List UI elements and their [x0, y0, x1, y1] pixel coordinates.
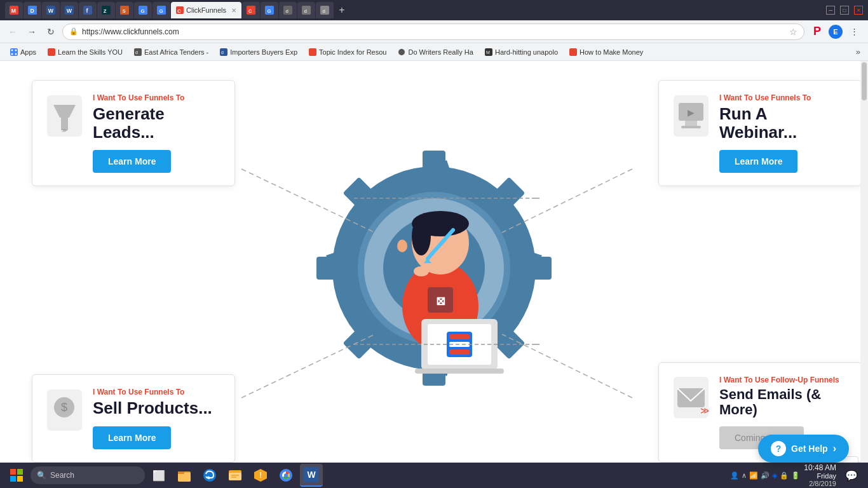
taskbar-volume-icon: 🔊 — [761, 471, 770, 480]
back-button[interactable]: ← — [5, 24, 20, 39]
bookmark-apps[interactable]: Apps — [5, 45, 41, 59]
card-icon-leads: ≫ — [45, 93, 83, 138]
svg-point-117 — [284, 473, 288, 477]
taskbar-right-area: 👤 ∧ 📶 🔊 ◈ 🔒 🔋 10:48 AM Friday 2/8/2019 💬 — [730, 463, 863, 487]
new-tab-button[interactable]: + — [334, 3, 349, 18]
svg-rect-64 — [526, 257, 552, 280]
card-title-products: Sell Products... — [93, 399, 222, 417]
taskbar-cortana[interactable]: ⬜ — [147, 464, 170, 487]
svg-point-34 — [15, 53, 17, 55]
bookmark-east-africa-label: East Africa Tenders - — [144, 48, 208, 56]
svg-text:≫: ≫ — [700, 405, 709, 416]
taskbar: 🔍 Search ⬜ ! W 👤 ∧ 📶 🔊 ◈ 🔒 🔋 10:48 AM — [0, 463, 868, 488]
tab-close-icon[interactable]: ✕ — [231, 7, 236, 14]
taskbar-clock: 10:48 AM Friday 2/8/2019 — [804, 463, 836, 487]
forward-button[interactable]: → — [24, 24, 39, 39]
svg-text:C: C — [177, 8, 181, 14]
pinned-tab-gmail[interactable]: M — [5, 2, 23, 18]
page-scrollbar[interactable] — [860, 61, 868, 475]
get-help-label: Get Help — [791, 444, 828, 454]
bookmark-learn[interactable]: Learn the Skills YOU — [43, 45, 128, 59]
bookmark-topic[interactable]: Topic Index for Resou — [304, 45, 391, 59]
bookmark-importers-label: Importers Buyers Exp — [230, 48, 297, 56]
profile-button[interactable]: E — [829, 25, 843, 39]
pinned-tab-word2[interactable]: W — [60, 2, 78, 18]
card-sell-products: $ I Want To Use Funnels To Sell Products… — [32, 374, 235, 463]
pinned-tab-doc3[interactable]: d — [316, 2, 334, 18]
address-bar[interactable]: 🔒 https://www.clickfunnels.com ☆ — [62, 24, 804, 40]
svg-text:Z: Z — [104, 8, 107, 14]
pinned-tab-g2[interactable]: G — [153, 2, 170, 18]
get-help-button[interactable]: ? Get Help › — [758, 435, 849, 463]
card-subtitle-products: I Want To Use Funnels To — [93, 388, 222, 396]
taskbar-up-arrow[interactable]: ∧ — [742, 471, 747, 480]
start-button[interactable] — [5, 464, 28, 487]
bookmarks-overflow-button[interactable]: » — [853, 47, 863, 57]
nav-right-icons: P E ⋮ — [808, 23, 863, 41]
get-help-question-icon: ? — [771, 441, 786, 456]
bookmark-howto[interactable]: How to Make Money — [564, 45, 648, 59]
taskbar-search-icon: 🔍 — [37, 471, 46, 480]
active-tab-clickfunnels[interactable]: C ClickFunnels ✕ — [171, 2, 241, 18]
card-icon-emails: ≫ — [672, 376, 710, 420]
bookmark-hardhitting[interactable]: M Hard-hitting unapolo — [480, 45, 563, 59]
pinned-tab-fb[interactable]: f — [79, 2, 97, 18]
taskbar-file-manager[interactable] — [224, 464, 247, 487]
pinned-tab-zendesk[interactable]: Z — [97, 2, 115, 18]
url-text: https://www.clickfunnels.com — [82, 27, 785, 36]
svg-rect-103 — [10, 476, 16, 482]
pinned-tab-g3[interactable]: G — [261, 2, 278, 18]
card-body-webinar: I Want To Use Funnels To Run A Webinar..… — [719, 93, 848, 173]
svg-text:d: d — [221, 50, 224, 55]
svg-text:G: G — [141, 8, 145, 14]
bookmark-importers[interactable]: d Importers Buyers Exp — [215, 45, 302, 59]
svg-rect-104 — [17, 476, 23, 482]
scrollbar-thumb[interactable] — [862, 62, 867, 100]
refresh-button[interactable]: ↻ — [43, 24, 58, 39]
taskbar-search[interactable]: 🔍 Search — [31, 466, 145, 484]
svg-text:d: d — [285, 8, 288, 14]
learn-more-button-products[interactable]: Learn More — [93, 426, 171, 449]
learn-more-button-leads[interactable]: Learn More — [93, 150, 171, 173]
pinned-tab-g1[interactable]: G — [134, 2, 152, 18]
svg-point-32 — [15, 49, 17, 51]
learn-more-button-webinar[interactable]: Learn More — [719, 150, 797, 173]
pinned-tab-doc2[interactable]: d — [297, 2, 315, 18]
svg-text:W: W — [48, 8, 54, 14]
taskbar-word[interactable]: W — [300, 464, 323, 487]
bookmark-star-icon[interactable]: ☆ — [789, 27, 797, 37]
pinned-tab-cf2[interactable]: C — [242, 2, 260, 18]
pinned-tab-word1[interactable]: W — [42, 2, 60, 18]
svg-rect-106 — [178, 473, 191, 482]
svg-rect-101 — [10, 469, 16, 475]
taskbar-edge[interactable] — [198, 464, 221, 487]
svg-point-76 — [397, 240, 407, 252]
svg-text:M: M — [11, 8, 16, 14]
minimize-button[interactable]: ─ — [826, 6, 835, 15]
svg-point-31 — [11, 49, 13, 51]
taskbar-notification-button[interactable]: 💬 — [840, 464, 863, 487]
taskbar-chrome[interactable] — [275, 464, 297, 487]
bookmark-east-africa[interactable]: d East Africa Tenders - — [129, 45, 214, 59]
svg-text:d: d — [135, 50, 138, 55]
bookmark-writers[interactable]: Do Writers Really Ha — [393, 45, 478, 59]
window-controls: ─ □ ✕ — [826, 6, 863, 15]
close-button[interactable]: ✕ — [854, 6, 863, 15]
pinned-tab-doc1[interactable]: d — [279, 2, 297, 18]
menu-button[interactable]: ⋮ — [845, 23, 863, 41]
svg-rect-51 — [685, 121, 697, 126]
svg-text:G: G — [159, 8, 163, 14]
pinterest-button[interactable]: P — [808, 23, 826, 41]
pinned-tab-docs[interactable]: D — [24, 2, 41, 18]
taskbar-antivirus[interactable]: ! — [249, 464, 272, 487]
card-body-leads: I Want To Use Funnels To Generate Leads.… — [93, 93, 222, 173]
svg-text:⊠: ⊠ — [436, 295, 445, 308]
get-help-arrow-icon: › — [833, 443, 836, 454]
taskbar-file-explorer[interactable] — [173, 464, 196, 487]
card-subtitle-emails: I Want To Use Follow-Up Funnels — [719, 376, 848, 384]
pinned-tab-streak[interactable]: S — [116, 2, 133, 18]
svg-rect-110 — [229, 473, 241, 480]
svg-point-77 — [414, 266, 429, 276]
title-bar: M D W W f Z S G G C ClickFunnels ✕ — [0, 0, 868, 20]
maximize-button[interactable]: □ — [840, 6, 849, 15]
